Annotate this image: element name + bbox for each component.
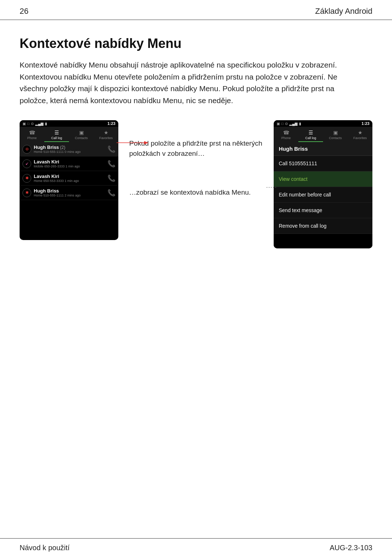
- context-menu-item-sms[interactable]: Send text message: [274, 203, 372, 218]
- section-title: Kontextové nabídky Menu: [20, 36, 372, 51]
- call-item-detail: Home 650-553-3333 1 min ago: [34, 179, 105, 183]
- call-phone-icon-3[interactable]: 📞: [107, 189, 115, 197]
- tab-phone-left[interactable]: ☎ Phone: [20, 128, 44, 142]
- context-menu-item-remove[interactable]: Remove from call log: [274, 218, 372, 234]
- call-item-info: Lavash Kiri Home 650-553-3333 1 min ago: [34, 174, 105, 183]
- phone-tab-icon: ☎: [20, 130, 44, 135]
- signal-icon: □: [27, 122, 29, 126]
- call-item-info: Hugh Briss Home 510-555-1111 2 mins ago: [34, 188, 105, 197]
- context-menu: Hugh Briss Call 5105551111 View contact …: [274, 142, 372, 234]
- status-time-left: 1:23: [107, 121, 115, 126]
- call-item-info: Lavash Kiri Mobile 650-265-3333 1 min ag…: [34, 159, 105, 168]
- status-time-right: 1:23: [362, 121, 369, 126]
- annotation-bottom-text: …zobrazí se kontextová nabídka Menu.: [129, 187, 251, 198]
- call-item-name: Hugh Briss: [34, 188, 105, 194]
- call-phone-icon-1[interactable]: 📞: [107, 160, 115, 168]
- call-phone-icon-2[interactable]: 📞: [107, 174, 115, 182]
- calllog-tab-icon-r: ☰: [299, 130, 322, 135]
- sim-icon: ▣: [23, 122, 26, 126]
- wifi-icon: ⊙: [31, 122, 34, 126]
- tab-calllog-left[interactable]: ☰ Call log: [44, 128, 69, 142]
- calllog-tab-icon: ☰: [45, 130, 68, 135]
- call-item-detail: Mobile 650-265-3333 1 min ago: [34, 165, 105, 168]
- call-item[interactable]: ✱ Hugh Briss Home 510-555-1111 2 mins ag…: [20, 186, 118, 200]
- phone-right: ▣ □ ⊙ ▂▄▆ ▮ 1:23 ☎ Phone ☰ Call log: [274, 120, 372, 248]
- context-menu-item-edit[interactable]: Edit number before call: [274, 187, 372, 203]
- status-bar-left: ▣ □ ⊙ ▂▄▆ ▮ 1:23: [20, 120, 118, 127]
- call-item[interactable]: ⊖ Hugh Briss (2) Home 510-555-1111 0 min…: [20, 142, 118, 157]
- tab-phone-right[interactable]: ☎ Phone: [274, 128, 298, 142]
- battery-icon: ▮: [45, 122, 47, 126]
- call-item[interactable]: ✱ Lavash Kiri Home 650-553-3333 1 min ag…: [20, 171, 118, 186]
- page-chapter: Základy Android: [315, 7, 372, 16]
- status-bar-right: ▣ □ ⊙ ▂▄▆ ▮ 1:23: [274, 120, 372, 127]
- annotation-middle: Pokud položíte a přidržíte prst na někte…: [118, 120, 274, 205]
- signal-bars-icon-r: ▂▄▆: [289, 122, 298, 126]
- call-item[interactable]: ↙ Lavash Kiri Mobile 650-265-3333 1 min …: [20, 157, 118, 171]
- incoming-call-icon: ↙: [23, 159, 31, 168]
- tab-bar-left: ☎ Phone ☰ Call log ▣ Contacts ★ Favorite…: [20, 127, 118, 142]
- call-item-info: Hugh Briss (2) Home 510-555-1111 0 mins …: [34, 145, 105, 154]
- context-menu-item-view[interactable]: View contact: [274, 171, 372, 187]
- tab-calllog-right[interactable]: ☰ Call log: [298, 128, 323, 142]
- contacts-tab-icon: ▣: [70, 130, 93, 135]
- call-item-name: Lavash Kiri: [34, 159, 105, 165]
- page-header: 26 Základy Android: [0, 0, 392, 20]
- phone-tab-icon-r: ☎: [274, 130, 298, 135]
- sim-icon-r: ▣: [277, 122, 280, 126]
- missed-call-icon: ⊖: [23, 145, 31, 154]
- starred-call-icon: ✱: [23, 174, 31, 183]
- section-body: Kontextové nabídky Menu obsahují nástroj…: [20, 59, 354, 106]
- signal-icon-r: □: [281, 122, 283, 126]
- call-item-name: Hugh Briss: [34, 145, 59, 150]
- call-item-name: Lavash Kiri: [34, 174, 105, 179]
- annotation-top-text: Pokud položíte a přidržíte prst na někte…: [129, 138, 263, 158]
- wifi-icon-r: ⊙: [285, 122, 288, 126]
- page-number: 26: [20, 7, 28, 16]
- signal-bars-icon: ▂▄▆: [35, 122, 44, 126]
- starred-call-icon-2: ✱: [23, 188, 31, 197]
- call-badge: (2): [60, 145, 65, 150]
- context-menu-item-call[interactable]: Call 5105551111: [274, 156, 372, 171]
- call-item-detail: Home 510-555-1111 0 mins ago: [34, 150, 105, 154]
- contacts-tab-icon-r: ▣: [324, 130, 347, 135]
- favorites-tab-icon-r: ★: [348, 130, 372, 135]
- footer-right: AUG-2.3-103: [330, 544, 372, 552]
- context-menu-header: Hugh Briss: [274, 142, 372, 156]
- call-list: ⊖ Hugh Briss (2) Home 510-555-1111 0 min…: [20, 142, 118, 200]
- battery-icon-r: ▮: [299, 122, 301, 126]
- status-icons-left: ▣ □ ⊙ ▂▄▆ ▮: [23, 122, 47, 126]
- call-phone-icon-0[interactable]: 📞: [107, 145, 115, 153]
- tab-contacts-right[interactable]: ▣ Contacts: [323, 128, 348, 142]
- tab-favorites-right[interactable]: ★ Favorites: [348, 128, 372, 142]
- main-content: Kontextové nabídky Menu Kontextové nabíd…: [0, 20, 392, 263]
- footer-left: Návod k použití: [20, 544, 70, 552]
- tab-contacts-left[interactable]: ▣ Contacts: [69, 128, 94, 142]
- favorites-tab-icon: ★: [94, 130, 118, 135]
- call-item-detail: Home 510-555-1111 2 mins ago: [34, 194, 105, 197]
- tab-bar-right: ☎ Phone ☰ Call log ▣ Contacts ★ Favorite…: [274, 127, 372, 142]
- page-footer: Návod k použití AUG-2.3-103: [0, 538, 392, 552]
- status-icons-right: ▣ □ ⊙ ▂▄▆ ▮: [277, 122, 301, 126]
- screenshots-container: ▣ □ ⊙ ▂▄▆ ▮ 1:23 ☎ Phone ☰ Call log: [20, 120, 372, 248]
- tab-favorites-left[interactable]: ★ Favorites: [94, 128, 118, 142]
- phone-left: ▣ □ ⊙ ▂▄▆ ▮ 1:23 ☎ Phone ☰ Call log: [20, 120, 118, 240]
